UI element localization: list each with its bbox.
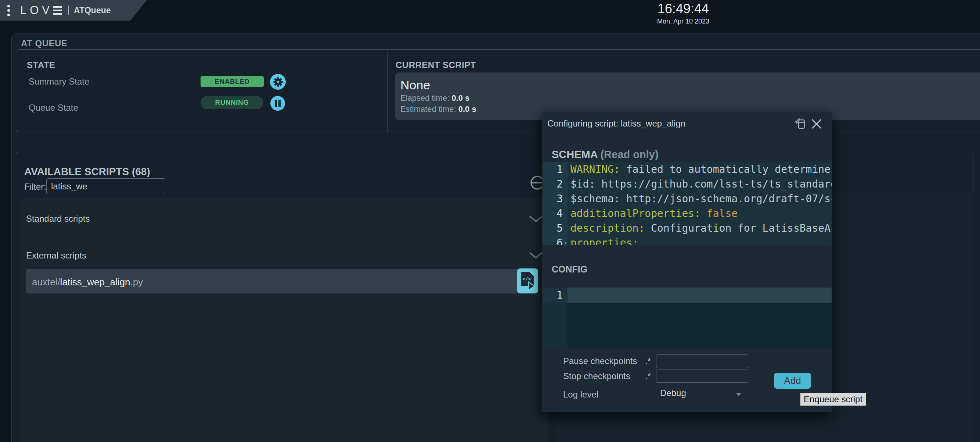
- summary-state-badge: ENABLED: [200, 76, 264, 87]
- modal-title: Configuring script: latiss_wep_align: [547, 118, 686, 129]
- queue-state-label: Queue State: [29, 103, 78, 112]
- estimated-time-row: Estimated time: 0.0 s: [400, 104, 476, 114]
- current-script-name: None: [400, 78, 430, 92]
- group-divider: [26, 237, 542, 237]
- queue-pause-button[interactable]: [270, 96, 285, 111]
- chevron-down-icon[interactable]: [529, 215, 543, 224]
- pause-checkpoints-label: Pause checkpoints: [563, 357, 637, 365]
- filter-label: Filter:: [24, 182, 46, 191]
- column-divider: [387, 51, 388, 132]
- elapsed-time-row: Elapsed time: 0.0 s: [400, 93, 469, 103]
- close-icon: [811, 118, 822, 130]
- script-launch-icon: </>: [520, 271, 536, 291]
- app-title: ATQueue: [74, 5, 111, 16]
- clock: 16:49:44 Mon, Apr 10 2023: [632, 1, 735, 26]
- group-standard-scripts[interactable]: Standard scripts: [26, 214, 90, 224]
- config-label: CONFIG: [552, 264, 587, 275]
- state-section-title: STATE: [27, 60, 56, 70]
- group-external-scripts[interactable]: External scripts: [26, 251, 86, 261]
- log-level-select[interactable]: Debug: [660, 388, 686, 398]
- summary-state-settings-button[interactable]: [270, 74, 286, 90]
- logo-e-bars: [53, 6, 62, 15]
- filter-input[interactable]: [46, 178, 165, 194]
- stop-checkpoints-suffix: .*: [645, 372, 651, 381]
- close-button[interactable]: [811, 118, 822, 130]
- schema-editor[interactable]: 1WARNING: failed to automatically determ…: [542, 162, 832, 245]
- summary-state-label: Summary State: [29, 77, 89, 86]
- select-caret-icon: [736, 393, 741, 396]
- scripts-list-container: [20, 198, 549, 442]
- clock-time: 16:49:44: [632, 1, 735, 16]
- clock-date: Mon, Apr 10 2023: [632, 18, 735, 26]
- love-logo: LOV: [20, 4, 62, 17]
- panel-title: AT QUEUE: [21, 38, 67, 48]
- atqueue-page: LOV ATQueue 16:49:44 Mon, Apr 10 2023 AT…: [0, 0, 980, 442]
- stop-checkpoints-input[interactable]: [656, 370, 748, 383]
- log-level-label: Log level: [563, 390, 598, 399]
- logo-separator: [68, 5, 69, 15]
- current-script-title: CURRENT SCRIPT: [396, 60, 476, 70]
- config-editor[interactable]: 1: [542, 287, 832, 349]
- chevron-down-icon[interactable]: [529, 252, 543, 260]
- queue-state-badge: RUNNING: [200, 96, 263, 109]
- pause-icon: [274, 100, 281, 107]
- stop-checkpoints-label: Stop checkpoints: [563, 372, 630, 381]
- configure-script-modal: Configuring script: latiss_wep_align SCH…: [542, 112, 832, 412]
- add-button[interactable]: Add: [774, 373, 811, 389]
- available-scripts-title: AVAILABLE SCRIPTS (68): [24, 166, 150, 178]
- copy-button[interactable]: [794, 117, 807, 131]
- configure-script-button[interactable]: </>: [517, 268, 538, 294]
- pause-checkpoints-suffix: .*: [645, 357, 651, 365]
- gear-icon: [272, 77, 283, 88]
- svg-text:</>: </>: [522, 276, 531, 282]
- copy-rotate-icon: [794, 117, 807, 131]
- script-name: auxtel/latiss_wep_align.py: [32, 276, 143, 288]
- enqueue-script-tooltip: Enqueue script: [800, 393, 866, 405]
- pause-checkpoints-input[interactable]: [656, 354, 748, 368]
- top-banner: LOV ATQueue: [0, 0, 147, 21]
- schema-label: SCHEMA (Read only): [552, 148, 659, 161]
- menu-dots-icon[interactable]: [7, 5, 10, 16]
